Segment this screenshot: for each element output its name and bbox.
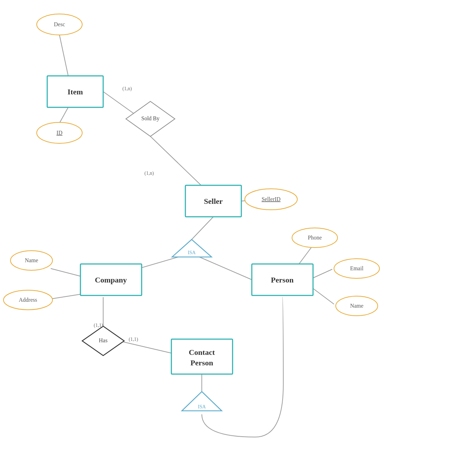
entity-contact-person-label2: Person [191, 358, 213, 367]
line-company-address [51, 294, 84, 299]
isa-triangle-1-label: ISA [188, 250, 196, 255]
line-item-id [59, 107, 68, 123]
cardinality-has-contact: (1,1) [129, 337, 138, 342]
attr-desc-label: Desc [54, 21, 65, 27]
line-isa1-person [199, 257, 252, 280]
attr-company-name-label: Name [25, 257, 38, 263]
entity-contact-person [171, 339, 233, 374]
attr-person-email-label: Email [350, 265, 364, 271]
entity-contact-person-label: Contact [189, 348, 215, 357]
attr-item-id-label: ID [57, 130, 63, 136]
attr-person-phone-label: Phone [308, 235, 322, 241]
line-desc-item [59, 35, 68, 76]
attr-company-address-label: Address [19, 297, 37, 303]
cardinality-soldby-seller: (1,n) [144, 171, 154, 176]
line-item-soldby [103, 92, 136, 115]
entity-item-label: Item [68, 87, 83, 96]
line-soldby-seller [150, 136, 201, 185]
relationship-sold-by-label: Sold By [141, 115, 159, 122]
attr-person-name-label: Name [350, 303, 363, 309]
isa-triangle-2-label: ISA [198, 404, 206, 409]
cardinality-company-has: (1,1) [94, 323, 103, 328]
cardinality-item-soldby: (1,n) [122, 86, 132, 92]
line-seller-isa1 [192, 217, 213, 239]
line-person-email [313, 269, 332, 278]
line-has-contact [119, 341, 171, 353]
entity-person-label: Person [271, 276, 294, 284]
entity-company-label: Company [95, 276, 127, 284]
line-isa1-company [136, 257, 178, 269]
attr-seller-id-label: SellerID [262, 196, 280, 202]
relationship-has-label: Has [99, 337, 108, 343]
line-person-name [313, 288, 334, 304]
line-company-name [51, 269, 80, 276]
entity-seller-label: Seller [204, 197, 223, 206]
